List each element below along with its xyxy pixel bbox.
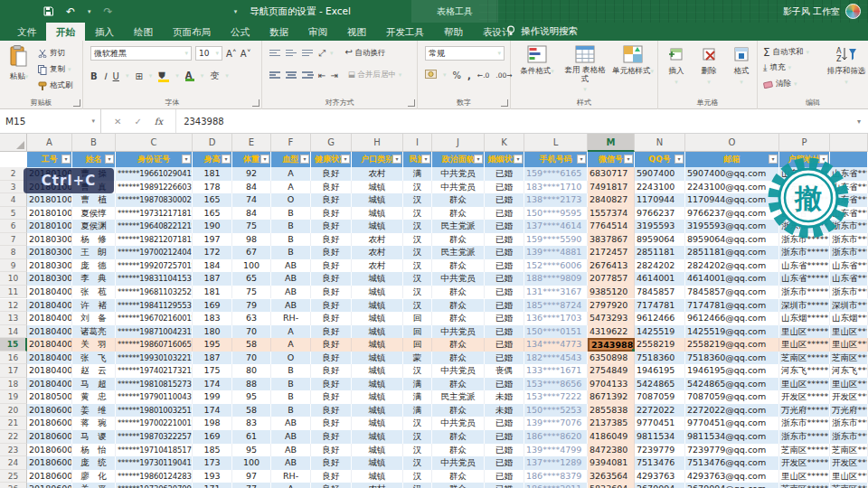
tab-数据[interactable]: 数据 — [259, 23, 298, 41]
cell-G14[interactable]: 良好 — [311, 325, 352, 339]
formula-bar-expand-icon[interactable]: ▾ — [857, 117, 868, 126]
cell-L3[interactable]: 183****1710 — [524, 181, 588, 194]
cell-Q13[interactable]: 山东烟*** — [830, 312, 868, 325]
cell-N5[interactable]: 9766237 — [635, 207, 685, 221]
cell-F13[interactable]: RH- — [271, 312, 311, 325]
cell-A12[interactable]: 201804003 — [27, 299, 72, 313]
cell-D6[interactable]: 190 — [193, 220, 232, 233]
cell-C6[interactable]: ******19640822121* — [116, 220, 193, 233]
cell-K18[interactable]: 已婚 — [485, 378, 524, 391]
cell-H6[interactable]: 城镇 — [352, 220, 403, 233]
cell-G20[interactable]: 良好 — [311, 404, 352, 418]
cell-P16[interactable]: 芝南区***** — [779, 352, 830, 365]
column-header-L[interactable]: L — [524, 134, 588, 152]
cell-C4[interactable]: ******19870830002* — [116, 193, 193, 207]
cell-N15[interactable]: 2558219 — [635, 338, 685, 352]
cell-F4[interactable]: O — [271, 193, 311, 207]
cell-H25[interactable]: 城镇 — [352, 470, 403, 483]
cell-M5[interactable]: 1557374 — [588, 207, 635, 221]
cell-M25[interactable]: 3263564 — [588, 470, 635, 483]
cell-I17[interactable]: 汉 — [403, 364, 432, 378]
cell-B15[interactable]: 关 羽 — [72, 338, 116, 352]
cell-L4[interactable]: 138****2173 — [524, 193, 588, 207]
cell-Q18[interactable]: 里山区*** — [830, 378, 868, 391]
cell-O9[interactable]: 2824202@qq.com — [685, 259, 779, 273]
paste-button[interactable]: 粘贴▾ — [5, 45, 33, 82]
cell-A4[interactable]: 201801003 — [27, 193, 72, 207]
cell-N22[interactable]: 9811534 — [635, 430, 685, 444]
cell-E11[interactable]: 75 — [232, 286, 271, 299]
row-header-6[interactable]: 6 — [0, 220, 27, 233]
cell-Q11[interactable]: 浙东市*** — [830, 286, 868, 299]
cell-D3[interactable]: 178 — [193, 181, 232, 194]
cell-E10[interactable]: 65 — [232, 272, 271, 286]
cell-C23[interactable]: ******19710418517* — [116, 444, 193, 457]
cell-D16[interactable]: 187 — [193, 352, 232, 365]
cell-N25[interactable]: 4293763 — [635, 470, 685, 483]
column-header-A[interactable]: A — [27, 134, 72, 152]
delete-cells-button[interactable]: 删除▾ — [694, 45, 723, 86]
cell-E25[interactable]: 97 — [232, 470, 271, 483]
number-format-select[interactable]: 常规▾ — [425, 46, 505, 61]
cell-F6[interactable]: B — [271, 220, 311, 233]
cell-F18[interactable]: B — [271, 378, 311, 391]
cell-B12[interactable]: 许 褚 — [72, 299, 116, 313]
cell-N21[interactable]: 9770451 — [635, 417, 685, 430]
cell-E21[interactable]: 83 — [232, 417, 271, 430]
cell-C22[interactable]: ******19870322257* — [116, 430, 193, 444]
cell-M24[interactable]: 9394081 — [588, 456, 635, 470]
cell-C8[interactable]: ******19700212404* — [116, 246, 193, 259]
cell-B26[interactable]: 关 平 — [72, 483, 116, 488]
cell-P14[interactable]: 里山区***** — [779, 325, 830, 339]
cell-G9[interactable]: 良好 — [311, 259, 352, 273]
cell-M14[interactable]: 4319622 — [588, 325, 635, 339]
cell-N23[interactable]: 7239779 — [635, 444, 685, 457]
cell-F25[interactable]: RH- — [271, 470, 311, 483]
cell-P9[interactable]: 山东省***** — [779, 259, 830, 273]
cell-F8[interactable]: B — [271, 246, 311, 259]
column-header-J[interactable]: J — [432, 134, 485, 152]
cell-D4[interactable]: 165 — [193, 193, 232, 207]
cell-P26[interactable]: 芝南区***** — [779, 483, 830, 488]
cell-B25[interactable]: 廖 化 — [72, 470, 116, 483]
cell-M18[interactable]: 9704133 — [588, 378, 635, 391]
cell-B9[interactable]: 庞 德 — [72, 259, 116, 273]
cell-F3[interactable]: A — [271, 181, 311, 194]
filter-icon[interactable]: ▾ — [577, 155, 586, 164]
fill-color-button[interactable]: ⛊ — [158, 70, 169, 82]
row-header-21[interactable]: 21 — [0, 417, 27, 430]
cell-K13[interactable]: 已婚 — [485, 312, 524, 325]
cell-G5[interactable]: 良好 — [311, 207, 352, 221]
row-header-20[interactable]: 20 — [0, 404, 27, 418]
align-right-icon[interactable] — [302, 70, 314, 80]
tab-文件[interactable]: 文件 — [7, 23, 46, 41]
cell-K23[interactable]: 已婚 — [485, 444, 524, 457]
cell-I16[interactable]: 蒙 — [403, 352, 432, 365]
cell-O6[interactable]: 3195593@qq.com — [685, 220, 779, 233]
column-header-N[interactable]: N — [635, 134, 685, 152]
cell-K16[interactable]: 已婚 — [485, 352, 524, 365]
cell-O13[interactable]: 9612466@qq.com — [685, 312, 779, 325]
format-painter-button[interactable]: 格式刷 — [38, 80, 73, 91]
tab-审阅[interactable]: 审阅 — [298, 23, 337, 41]
decrease-decimal-button[interactable]: .00→ — [495, 71, 512, 80]
table-header-工号[interactable]: 工号▾ — [27, 152, 72, 167]
cell-H12[interactable]: 城镇 — [352, 299, 403, 313]
cell-O8[interactable]: 2851181@qq.com — [685, 246, 779, 259]
table-header-邮箱[interactable]: 邮箱▾ — [685, 152, 779, 167]
cell-D19[interactable]: 199 — [193, 390, 232, 404]
cell-M2[interactable]: 6830717 — [588, 167, 635, 181]
undo-icon[interactable]: ↶ — [66, 6, 75, 17]
cell-K22[interactable]: 已婚 — [485, 430, 524, 444]
row-header-7[interactable]: 7 — [0, 233, 27, 247]
cell-H19[interactable]: 城镇 — [352, 390, 403, 404]
cell-A21[interactable]: 201806002 — [27, 417, 72, 430]
cell-E26[interactable]: 77 — [232, 483, 271, 488]
cell-G7[interactable]: 良好 — [311, 233, 352, 247]
borders-button[interactable]: ⊞ — [135, 71, 142, 81]
cell-K17[interactable]: 丧偶 — [485, 364, 524, 378]
cell-F26[interactable]: A — [271, 483, 311, 488]
align-middle-icon[interactable] — [286, 48, 297, 58]
row-header-12[interactable]: 12 — [0, 299, 27, 313]
cell-Q14[interactable]: 里山区*** — [830, 325, 868, 339]
